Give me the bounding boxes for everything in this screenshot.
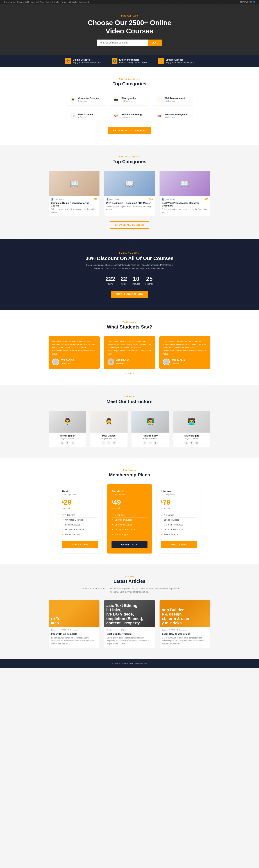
- dot-4[interactable]: [133, 373, 134, 374]
- article-card[interactable]: oop Buildere & designxt, term & usery In…: [160, 600, 210, 648]
- article-card[interactable]: ro Toates November 4, 2016 • IT Categori…: [49, 600, 99, 648]
- testimonial-author: S STR RACINS Designer: [163, 359, 207, 365]
- instructors-tag: For Team: [15, 396, 244, 398]
- feature-item: Go to All Resources: [62, 527, 98, 532]
- instructors-title: Meet Our Instructors: [15, 399, 244, 404]
- footer: © 2024 EduCourse. All Rights Reserved.: [0, 659, 259, 668]
- feature-item: Go to All Resources: [161, 522, 197, 527]
- article-title: Learn How To Use Bricks: [160, 632, 210, 637]
- search-button[interactable]: SEND: [148, 39, 162, 46]
- course-card[interactable]: 📖 👤 User Name $20 Complete Guide Financi…: [49, 171, 99, 216]
- plan-period: per month: [161, 507, 197, 509]
- instructor-socials: 𝕏 f in: [173, 441, 210, 447]
- enroll-button[interactable]: ENROLL NOW: [161, 541, 197, 548]
- facebook-icon[interactable]: f: [190, 441, 194, 445]
- hero-tag: Build Your Future: [121, 14, 138, 17]
- author-role: Designer: [172, 362, 179, 365]
- course-user: 👤 User Name: [162, 198, 175, 200]
- course-title: Complete Guide Financial Analyst Course: [49, 200, 99, 208]
- course-meta: 👤 User Name $60: [104, 196, 155, 200]
- plan-name: Basic: [62, 490, 98, 493]
- dot-1[interactable]: [125, 373, 126, 374]
- testimonial-text: Lorem ipsum dolor sit amet. Consectetura…: [163, 340, 207, 355]
- category-icon: [156, 96, 163, 103]
- article-title: Import Bricks Template: [49, 632, 99, 637]
- stat-icon: 👨‍🏫: [112, 58, 117, 64]
- pricing-tag: Our Pricing: [15, 469, 244, 471]
- linkedin-icon[interactable]: in: [71, 441, 75, 445]
- article-thumbnail: asic Text Editing,lt Links,ive BG Videos…: [104, 600, 155, 627]
- stat-item: 🔓 Lifetime Access Enjoy a variety of fre…: [158, 58, 194, 64]
- pricing-card: Standard Current product $49 per month 5…: [107, 484, 152, 554]
- facebook-icon[interactable]: f: [65, 441, 69, 445]
- countdown-tag: Limited Time Offer: [15, 252, 244, 254]
- testimonial-text: Lorem ipsum dolor sit amet. Consectetura…: [108, 340, 151, 355]
- articles-title: Latest Articles: [15, 579, 244, 584]
- facebook-icon[interactable]: f: [148, 441, 152, 445]
- course-card[interactable]: 📖 👤 User Name $60 PHP Beginners – Become…: [104, 171, 155, 216]
- category-info: Photography 12 Courses: [121, 97, 136, 102]
- twitter-icon[interactable]: 𝕏: [143, 441, 147, 445]
- facebook-icon[interactable]: f: [107, 441, 111, 445]
- category-icon: 📊: [69, 112, 76, 119]
- course-desc: Select any part of your text to access t…: [49, 208, 99, 216]
- author-name: CTR RACINS: [116, 359, 130, 362]
- top-categories-2-section: Course Categories Top Categories 📖 👤 Use…: [0, 145, 259, 239]
- hero-section: Build Your Future Choose Our 2500+ Onlin…: [0, 4, 259, 55]
- testimonial-text: Lorem ipsum dolor sit amet. Consectetura…: [52, 340, 96, 355]
- testimonial-card: Lorem ipsum dolor sit amet. Consectetura…: [104, 336, 155, 369]
- top-bar-right: Howdy, Loren 👤: [240, 1, 255, 3]
- category-card[interactable]: 📷 Photography 12 Courses: [110, 93, 149, 106]
- feature-item: Go to All Resources: [161, 527, 197, 532]
- twitter-icon[interactable]: 𝕏: [184, 441, 188, 445]
- dot-3[interactable]: [130, 373, 132, 374]
- dot-2[interactable]: [127, 373, 129, 374]
- article-desc: Lorem ipsum dolor sit amet consecteturam…: [104, 637, 155, 648]
- feature-item: Lifetime Access: [161, 518, 197, 522]
- pricing-grid: Basic Current product $29 per month 1 Co…: [58, 484, 201, 554]
- category-card[interactable]: 🤖 Artificial Intelligence 40 Courses: [153, 109, 193, 122]
- category-card[interactable]: 📢 Affiliate Marketing 10 Courses: [110, 109, 149, 122]
- category-card[interactable]: Web Development 15 Courses: [153, 93, 193, 106]
- twitter-icon[interactable]: 𝕏: [102, 441, 106, 445]
- enroll-button[interactable]: ENROLL NOW: [62, 541, 98, 548]
- instructor-role: English Teacher: [132, 437, 169, 440]
- categories1-title: Top Categories: [15, 81, 244, 87]
- plan-features: 1 CoursesUnlimited CoursesLifetime Acces…: [62, 513, 98, 537]
- instructor-photo: 👨‍🏫: [132, 411, 169, 433]
- linkedin-icon[interactable]: in: [153, 441, 157, 445]
- stat-text: Online Courses Enjoy a variety of fresh …: [73, 58, 101, 64]
- categories-grid: 💻 Computer Science 8 Courses 📷 Photograp…: [66, 93, 193, 122]
- article-meta: October 5, 2022 • IT Categories: [160, 627, 210, 632]
- linkedin-icon[interactable]: in: [112, 441, 116, 445]
- course-title: PHP Beginners – Become A PHP Master: [104, 200, 155, 205]
- feature-item: Forum Support: [112, 532, 148, 537]
- linkedin-icon[interactable]: in: [195, 441, 199, 445]
- articles-intro: Lorem ipsum dolor sit amet, consectetura…: [79, 587, 180, 594]
- author-info: STR RACINS Designer: [172, 359, 185, 365]
- course-price: $30: [204, 198, 208, 200]
- enroll-countdown-button[interactable]: ENROLL COURSE NOW: [111, 291, 148, 298]
- instructor-socials: 𝕏 f in: [90, 441, 127, 447]
- top-bar-user: Howdy, Loren 👤: [240, 1, 255, 3]
- instructor-card: 👨‍💼 Michel Zaman English Teacher 𝕏 f in: [49, 411, 86, 447]
- pricing-title: Membership Plans: [15, 472, 244, 478]
- instructor-role: English Teacher: [49, 437, 86, 440]
- plan-price: $29: [62, 498, 98, 506]
- category-card[interactable]: 📊 Data Science 6 Courses: [66, 109, 106, 122]
- testimonial-author: S STR RACINS Developer: [52, 359, 96, 365]
- article-card[interactable]: asic Text Editing,lt Links,ive BG Videos…: [104, 600, 155, 648]
- feature-item: 1 Courses: [161, 513, 197, 518]
- plan-subtitle: Current product: [62, 494, 98, 496]
- category-card[interactable]: 💻 Computer Science 8 Courses: [66, 93, 106, 106]
- search-input[interactable]: [97, 39, 148, 46]
- top-categories-1-section: Course Categories Top Categories 💻 Compu…: [0, 67, 259, 145]
- plan-subtitle: Current product: [112, 494, 148, 496]
- course-card[interactable]: 📖 👤 User Name $30 Best WordPress Master …: [160, 171, 210, 216]
- twitter-icon[interactable]: 𝕏: [60, 441, 64, 445]
- enroll-button[interactable]: ENROLL NOW: [112, 541, 148, 548]
- browse-courses-button[interactable]: BROWSE ALL COURSES: [110, 221, 149, 228]
- category-icon: 📷: [113, 96, 119, 103]
- browse-categories-button[interactable]: BROWSE ALL CATEGORIES: [108, 127, 151, 134]
- stat-item: 📚 Online Courses Enjoy a variety of fres…: [65, 58, 101, 64]
